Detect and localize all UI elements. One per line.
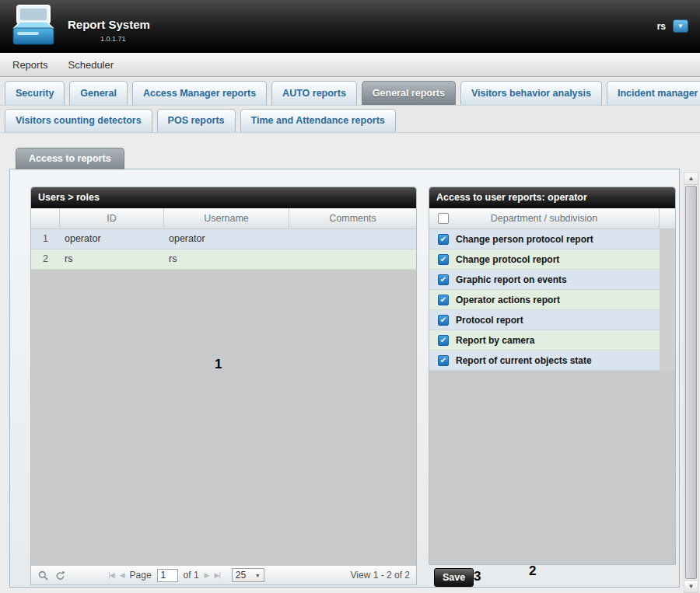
users-grid-pager: |◀ ◀ Page of 1 ▶ ▶| 25 ▼ View 1 - 2 of 2 (31, 565, 416, 584)
check-icon: ✔ (440, 256, 446, 263)
report-row-label: Change protocol report (456, 254, 559, 265)
scroll-thumb[interactable] (685, 186, 697, 579)
report-row-label: Protocol report (456, 315, 523, 326)
report-checkbox[interactable]: ✔ (438, 234, 449, 245)
user-id-cell: rs (60, 249, 164, 269)
users-grid-column-headers: ID Username Comments (31, 208, 416, 229)
tab-general[interactable]: General (69, 81, 128, 105)
access-grid-header-cell: ✔ Department / subdivision (429, 208, 660, 228)
scroll-up-button[interactable]: ▲ (684, 173, 698, 185)
users-roles-grid: Users > roles ID Username Comments 1 ope… (30, 187, 417, 585)
report-row[interactable]: ✔ Operator actions report (429, 290, 660, 310)
users-roles-grid-title: Users > roles (31, 187, 416, 208)
last-page-button[interactable]: ▶| (215, 571, 220, 579)
app-logo-icon (8, 4, 58, 49)
check-icon: ✔ (440, 337, 446, 344)
access-grid-body: 2 (429, 371, 675, 564)
report-checkbox[interactable]: ✔ (438, 335, 449, 346)
user-row-operator[interactable]: 1 operator operator (31, 229, 416, 249)
scroll-down-button[interactable]: ▼ (684, 580, 698, 592)
select-all-checkbox[interactable]: ✔ (438, 213, 449, 224)
subtab-access-to-reports[interactable]: Access to reports (16, 148, 124, 169)
report-row[interactable]: ✔ Report of current objects state (429, 351, 660, 371)
report-row[interactable]: ✔ Graphic report on events (429, 270, 660, 290)
tab-row-1: Security General Access Manager reports … (0, 77, 700, 106)
report-checkbox[interactable]: ✔ (438, 355, 449, 366)
chevron-down-icon: ▼ (677, 23, 684, 30)
page-size-value: 25 (236, 570, 246, 581)
view-status-label: View 1 - 2 of 2 (351, 570, 411, 581)
comments-cell (289, 249, 416, 269)
reload-icon[interactable] (55, 570, 65, 581)
report-checkbox[interactable]: ✔ (438, 295, 449, 305)
next-page-button[interactable]: ▶ (205, 571, 209, 579)
users-grid-body: 1 (31, 270, 416, 565)
report-checkbox[interactable]: ✔ (438, 315, 449, 326)
report-row-label: Report by camera (456, 335, 534, 346)
tab-auto-reports[interactable]: AUTO reports (271, 81, 357, 105)
prev-page-button[interactable]: ◀ (120, 571, 124, 579)
access-grid-rows: ✔ Change person protocol report ✔ Change… (429, 229, 675, 371)
current-user-label: rs (657, 21, 666, 32)
access-reports-grid: Access to user reports: operator ✔ Depar… (429, 187, 676, 565)
report-row[interactable]: ✔ Change person protocol report (429, 229, 660, 249)
page-number-input[interactable] (157, 569, 178, 582)
report-row[interactable]: ✔ Protocol report (429, 310, 660, 330)
check-icon: ✔ (440, 357, 446, 365)
comments-cell (289, 229, 416, 249)
app-version: 1.0.1.71 (100, 35, 126, 43)
check-icon: ✔ (440, 316, 446, 324)
save-button[interactable]: Save (434, 568, 474, 587)
page-size-select[interactable]: 25 ▼ (232, 568, 264, 582)
pager-controls: |◀ ◀ Page of 1 ▶ ▶| 25 ▼ (108, 568, 264, 582)
report-system-window: Report System 1.0.1.71 rs ▼ Reports Sche… (0, 0, 700, 593)
report-row[interactable]: ✔ Report by camera (429, 330, 660, 351)
username-cell: operator (164, 229, 289, 249)
user-menu-button[interactable]: ▼ (673, 19, 688, 33)
column-header-username[interactable]: Username (164, 208, 289, 228)
annotation-1: 1 (215, 357, 222, 372)
app-title: Report System (68, 18, 150, 31)
app-header: Report System 1.0.1.71 rs ▼ (0, 0, 700, 53)
search-icon[interactable] (38, 570, 48, 581)
tab-security[interactable]: Security (5, 81, 65, 105)
tab-general-reports[interactable]: General reports (362, 81, 456, 105)
report-tabs-area: Security General Access Manager reports … (0, 77, 700, 134)
menu-reports[interactable]: Reports (2, 59, 58, 71)
tab-pos-reports[interactable]: POS reports (157, 109, 236, 132)
username-cell: rs (164, 249, 289, 269)
column-header-department[interactable]: Department / subdivision (429, 208, 659, 228)
tab-row-2: Visitors counting detectors POS reports … (0, 106, 700, 133)
column-header-rownum (31, 208, 60, 228)
row-number: 1 (31, 229, 60, 249)
report-checkbox[interactable]: ✔ (438, 274, 449, 285)
report-checkbox[interactable]: ✔ (438, 254, 449, 265)
report-row-label: Operator actions report (456, 295, 560, 305)
page-label: Page (130, 570, 152, 581)
access-grid-title: Access to user reports: operator (429, 187, 675, 208)
tab-incident-manager[interactable]: Incident manager (607, 81, 700, 105)
tab-visitors-counting-detectors[interactable]: Visitors counting detectors (5, 109, 152, 132)
row-number: 2 (31, 249, 60, 269)
report-row[interactable]: ✔ Change protocol report (429, 249, 660, 270)
annotation-3: 3 (474, 569, 481, 584)
vertical-scrollbar[interactable]: ▲ ▼ (684, 172, 698, 593)
column-header-comments[interactable]: Comments (289, 208, 416, 228)
chevron-down-icon: ▼ (255, 573, 261, 578)
tab-access-manager-reports[interactable]: Access Manager reports (132, 81, 267, 105)
user-id-cell: operator (60, 229, 164, 249)
column-header-id[interactable]: ID (60, 208, 164, 228)
page-of-label: of 1 (184, 570, 199, 581)
user-row-rs[interactable]: 2 rs rs (31, 249, 416, 270)
access-grid-column-headers: ✔ Department / subdivision (429, 208, 675, 229)
first-page-button[interactable]: |◀ (108, 571, 114, 579)
tab-visitors-behavior-analysis[interactable]: Visitors behavior analysis (460, 81, 602, 105)
tab-time-and-attendance-reports[interactable]: Time and Attendance reports (240, 109, 396, 132)
content-panel: Users > roles ID Username Comments 1 ope… (9, 169, 680, 588)
check-icon: ✔ (440, 276, 446, 284)
check-icon: ✔ (440, 235, 446, 243)
annotation-2: 2 (529, 563, 536, 579)
report-row-label: Change person protocol report (456, 234, 593, 245)
main-menubar: Reports Scheduler (0, 53, 700, 77)
menu-scheduler[interactable]: Scheduler (58, 59, 124, 71)
